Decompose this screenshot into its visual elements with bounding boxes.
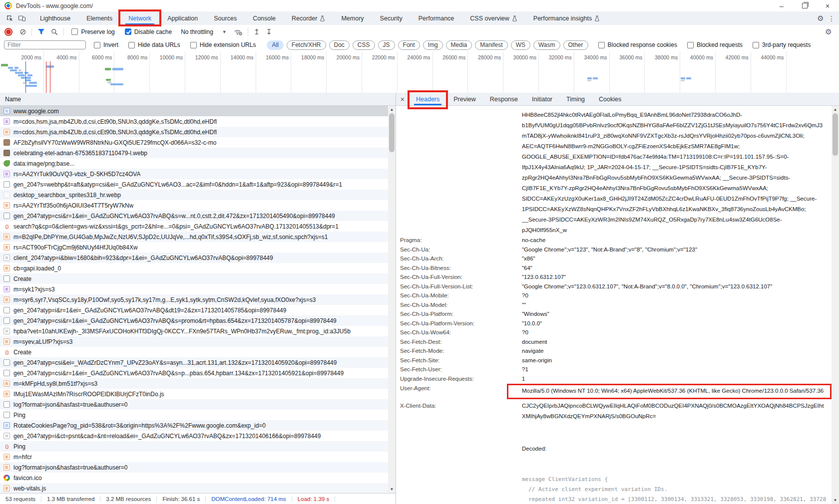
filter-type-pill[interactable]: Font <box>398 40 420 50</box>
tab-lighthouse[interactable]: Lighthouse <box>35 11 75 25</box>
request-row[interactable]: gen_204?atyp=csi&r=1&ei=_GAdZuGNCYLw6AO3… <box>0 368 388 378</box>
filter-type-pill[interactable]: Doc <box>329 40 350 50</box>
request-row[interactable]: m=B2qIPe,DhPYme,GU4Gab,MpJwZc,NzU6V,SJpD… <box>0 232 388 242</box>
record-button[interactable] <box>4 28 12 36</box>
filter-type-pill[interactable]: WS <box>511 40 530 50</box>
panel-divider[interactable] <box>396 93 396 504</box>
request-row[interactable]: gen_204?atyp=i&ct=psnt&cad=&nt=reload&ei… <box>0 431 388 441</box>
settings-gear-icon[interactable]: ⚙ <box>815 14 826 23</box>
request-row[interactable]: AF2bZyhsilVY70zWwW9WR8NtrkNu-GXQi5UE729f… <box>0 137 388 148</box>
request-row[interactable]: Ping <box>0 410 388 420</box>
request-row[interactable]: data:image/png;base... <box>0 158 388 169</box>
request-row[interactable]: m=kMFpHd,sy8l,bm51tf?xjs=s3 <box>0 378 388 389</box>
tab-security[interactable]: Security <box>375 11 408 25</box>
tab-application[interactable]: Application <box>162 11 203 25</box>
disable-cache-checkbox[interactable]: Disable cache <box>125 28 172 35</box>
name-column-header[interactable]: Name <box>0 93 396 106</box>
scrollbar-thumb[interactable] <box>389 113 395 152</box>
request-row[interactable]: hpba?vet=10ahUKEwjh-_3I3MSFAxUCOHoKHTf3D… <box>0 326 388 336</box>
request-row[interactable]: m=syk1?xjs=s3 <box>0 284 388 294</box>
request-row[interactable]: m=syev,aLUfP?xjs=s3 <box>0 336 388 347</box>
filter-type-pill[interactable]: Fetch/XHR <box>287 40 326 50</box>
search-icon[interactable] <box>51 28 58 35</box>
request-row[interactable]: web-vitals.js <box>0 483 388 493</box>
details-tab-preview[interactable]: Preview <box>451 93 477 105</box>
network-settings-gear-icon[interactable]: ⚙ <box>823 27 834 36</box>
tab-console[interactable]: Console <box>248 11 281 25</box>
details-tab-initiator[interactable]: Initiator <box>530 93 554 105</box>
request-row[interactable]: gen_204?atyp=csi&ei=_WAdZrDzCYnm7_UPvZ23… <box>0 357 388 368</box>
details-tab-cookies[interactable]: Cookies <box>597 93 623 105</box>
scroll-up-icon[interactable]: ▲ <box>388 106 396 113</box>
filter-type-pill[interactable]: Img <box>423 40 443 50</box>
request-row[interactable]: IMuj1EWasMAzIMn7RiscrROOPEIDKIBUrjCFzT0i… <box>0 389 388 399</box>
request-row[interactable]: gen_204?atyp=i&r=1&ei=_GAdZuGNCYLw6AO37r… <box>0 305 388 315</box>
request-row[interactable]: Ping <box>0 441 388 452</box>
hide-extension-urls-checkbox[interactable]: Hide extension URLs <box>190 41 256 48</box>
tab-css-overview[interactable]: CSS overview <box>465 11 522 25</box>
preserve-log-checkbox[interactable]: Preserve log <box>71 28 114 35</box>
request-row[interactable]: m=cdos,hsm,jsa,mb4ZUb,d,csi,cEt90b,SNUn3… <box>0 116 388 127</box>
request-row[interactable]: gen_204?s=webhp&t=aft&atyp=csi&ei=_GAdZu… <box>0 179 388 190</box>
checkbox[interactable] <box>71 28 78 35</box>
network-conditions-icon[interactable] <box>234 28 242 35</box>
request-row[interactable]: m=cdos,hsm,jsa,mb4ZUb,d,csi,cEt90b,SNUn3… <box>0 127 388 137</box>
details-tab-headers[interactable]: Headers <box>414 93 441 105</box>
tab-elements[interactable]: Elements <box>81 11 117 25</box>
filter-type-pill[interactable]: Media <box>446 40 472 50</box>
tab-performance[interactable]: Performance <box>414 11 459 25</box>
tab-sources[interactable]: Sources <box>209 11 242 25</box>
filter-type-pill[interactable]: JS <box>378 40 395 50</box>
request-row[interactable]: rs=ACT90oFTrCjgCm9j6bNUyf4HfJUq0b84Xw <box>0 242 388 252</box>
hide-data-urls-checkbox[interactable]: Hide data URLs <box>128 41 180 48</box>
device-toolbar-icon[interactable] <box>16 13 28 24</box>
request-list-scrollbar[interactable]: ▲ ▼ <box>388 106 396 493</box>
request-row[interactable]: Create <box>0 273 388 284</box>
restore-button[interactable] <box>793 0 816 11</box>
request-row[interactable]: celebrating-etel-adnan-6753651837110479-… <box>0 148 388 158</box>
filter-checkbox[interactable]: Blocked response cookies <box>598 41 677 48</box>
request-row[interactable]: m=syr6,syr7,VsqSCc,sy18y,P10Owf,syo5,sy1… <box>0 294 388 305</box>
filter-type-pill[interactable]: CSS <box>353 40 375 50</box>
details-tab-timing[interactable]: Timing <box>564 93 587 105</box>
filter-type-pill[interactable]: All <box>267 40 283 50</box>
checkbox[interactable] <box>128 42 135 48</box>
close-button[interactable]: × <box>816 0 839 11</box>
filter-input[interactable] <box>4 40 86 49</box>
request-row[interactable]: www.google.com <box>0 106 388 116</box>
request-row[interactable]: client_204?atyp=i&biw=1680&bih=923&dpr=1… <box>0 252 388 263</box>
filter-checkbox[interactable]: Blocked requests <box>687 41 743 48</box>
tab-memory[interactable]: Memory <box>336 11 369 25</box>
filter-type-pill[interactable]: Manifest <box>475 40 507 50</box>
export-har-icon[interactable]: ↧ <box>266 27 272 36</box>
scroll-down-icon[interactable]: ▼ <box>388 486 396 493</box>
request-row[interactable]: log?format=json&hasfast=true&authuser=0 <box>0 462 388 473</box>
network-overview-timeline[interactable]: 2000 ms4000 ms6000 ms8000 ms10000 ms1200… <box>0 51 839 93</box>
request-row[interactable]: favicon.ico <box>0 473 388 483</box>
more-options-icon[interactable]: ⋮ <box>828 14 835 22</box>
scrollbar-thumb[interactable] <box>833 113 838 156</box>
request-row[interactable]: log?format=json&hasfast=true&authuser=0 <box>0 399 388 410</box>
request-row[interactable]: gen_204?atyp=csi&r=1&ei=_GAdZuGNCYLw6AO3… <box>0 211 388 221</box>
scroll-down-icon[interactable]: ▼ <box>832 497 839 504</box>
inspect-element-icon[interactable] <box>4 13 16 24</box>
invert-checkbox[interactable]: Invert <box>94 41 118 48</box>
throttling-select[interactable]: No throttling ▼ <box>181 28 227 35</box>
minimize-button[interactable]: – <box>770 0 793 11</box>
request-row[interactable]: rs=AA2YrTtf35o0h6jAOIUI3e4T7T5ryW7kNw <box>0 200 388 211</box>
details-scrollbar[interactable]: ▲ ▼ <box>832 106 839 504</box>
request-row[interactable]: gen_204?atyp=csi&r=1&ei=_GAdZuGNCYLw6AO3… <box>0 315 388 326</box>
scroll-up-icon[interactable]: ▲ <box>832 106 839 113</box>
filter-type-pill[interactable]: Wasm <box>533 40 560 50</box>
request-row[interactable]: RotateCookiesPage?og_pid=538&rot=3&origi… <box>0 420 388 431</box>
checkbox[interactable] <box>94 42 100 48</box>
checkbox-checked[interactable] <box>125 28 131 35</box>
clear-button[interactable]: ⊘ <box>19 28 26 36</box>
checkbox[interactable] <box>190 42 197 48</box>
request-row[interactable]: cb=gapi.loaded_0 <box>0 263 388 273</box>
checkbox[interactable] <box>753 42 759 48</box>
tab-network[interactable]: Network <box>123 11 156 25</box>
tab-performance-insights[interactable]: Performance insights <box>528 11 605 25</box>
filter-checkbox[interactable]: 3rd-party requests <box>753 41 811 48</box>
request-row[interactable]: rs=AA2YrTuk9OuVQ3-vbzk_D-5KH5D7cz4OVA <box>0 169 388 179</box>
